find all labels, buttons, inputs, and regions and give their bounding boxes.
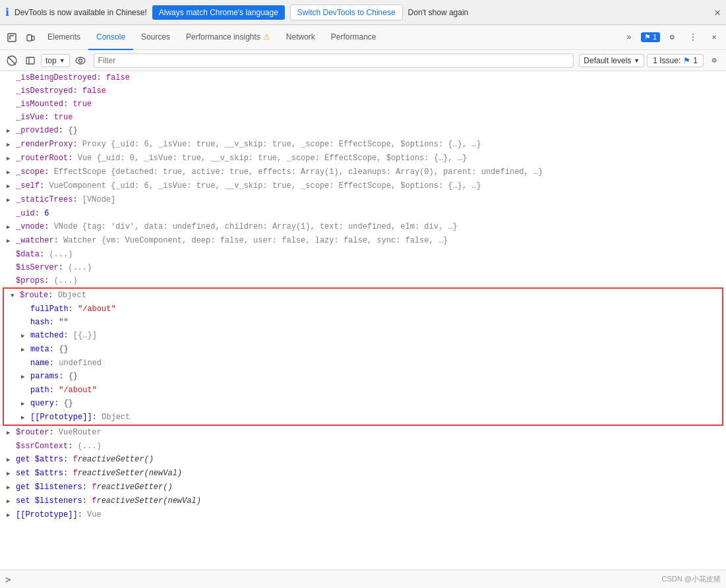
prop-key: meta <box>30 343 49 355</box>
issues-button[interactable]: 1 Issue: ⚑ 1 <box>647 54 704 67</box>
device-toolbar-button[interactable] <box>21 28 40 47</box>
prop-val: {} <box>63 397 73 409</box>
prop-val: "/about" <box>59 384 97 396</box>
toggle-arrow[interactable] <box>7 426 16 439</box>
settings-button[interactable]: ⚙ <box>663 28 681 47</box>
switch-chinese-button[interactable]: Switch DevTools to Chinese <box>290 5 403 20</box>
toggle-arrow[interactable] <box>7 166 16 179</box>
default-levels-dropdown[interactable]: Default levels ▼ <box>579 54 644 67</box>
tab-sources[interactable]: Sources <box>133 25 178 50</box>
watermark: CSDN @小花皮猪 <box>662 574 721 584</box>
svg-point-10 <box>78 59 82 62</box>
filter-input[interactable] <box>98 53 570 68</box>
toggle-arrow[interactable] <box>7 138 16 151</box>
prop-line: matched: [{…}] <box>4 329 722 343</box>
toggle-arrow[interactable] <box>7 152 16 165</box>
console-content[interactable]: _isBeingDestroyed: false_isDestroyed: fa… <box>0 71 726 570</box>
prop-line: _routerRoot: Vue {_uid: 0, _isVue: true,… <box>0 152 726 165</box>
tab-performance[interactable]: Performance <box>323 25 384 50</box>
toggle-arrow[interactable] <box>7 235 16 247</box>
prop-key: _vnode <box>16 221 44 233</box>
prop-line: _self: VueComponent {_uid: 6, _isVue: tr… <box>0 179 726 193</box>
toggle-arrow[interactable] <box>21 370 30 383</box>
toggle-arrow[interactable] <box>7 194 16 206</box>
tabs-right-controls: » ⚑ 1 ⚙ ⋮ ✕ <box>620 28 723 47</box>
prop-key: name <box>30 357 49 369</box>
prop-line: hash: "" <box>4 316 722 329</box>
prop-sep: : <box>82 495 92 507</box>
prop-val: Vue {_uid: 0, _isVue: true, __v_skip: tr… <box>78 152 468 164</box>
prop-line: name: undefined <box>4 357 722 370</box>
prop-line: [[Prototype]]: Object <box>4 411 722 425</box>
clear-console-button[interactable] <box>4 53 20 69</box>
settings-gear-icon: ⚙ <box>669 32 674 42</box>
toggle-arrow[interactable] <box>7 125 16 137</box>
prop-line: params: {} <box>4 370 722 384</box>
prop-key: fullPath <box>30 303 69 315</box>
prop-sep: : <box>73 194 82 206</box>
more-tabs-button[interactable]: » <box>620 28 638 47</box>
prop-key: matched <box>30 330 63 341</box>
prop-val: reactiveSetter(newVal) <box>78 467 182 479</box>
prop-sep: : <box>44 275 53 287</box>
sidebar-icon <box>25 55 36 66</box>
prop-key: _provided <box>16 125 59 136</box>
prop-line: $route: Object <box>4 289 722 303</box>
prop-line: set $listeners: f reactiveSetter(newVal) <box>0 494 726 508</box>
notif-message: DevTools is now available in Chinese! <box>15 8 147 17</box>
default-levels-chevron: ▼ <box>634 57 640 64</box>
context-selector[interactable]: top ▼ <box>41 54 70 67</box>
close-devtools-button[interactable]: ✕ <box>705 28 723 47</box>
dont-show-again-link[interactable]: Don't show again <box>408 8 469 17</box>
flag-icon: ⚑ <box>644 33 651 41</box>
toggle-arrow[interactable] <box>7 221 16 233</box>
prop-sep: : <box>69 303 78 315</box>
close-devtools-icon: ✕ <box>711 32 716 42</box>
console-settings-button[interactable]: ⚙ <box>706 53 722 69</box>
toggle-arrow[interactable] <box>7 180 16 192</box>
func-keyword: f <box>92 481 96 493</box>
customize-menu-button[interactable]: ⋮ <box>684 28 702 47</box>
svg-line-6 <box>8 57 16 65</box>
prop-line: $props: (...) <box>0 274 726 287</box>
toggle-arrow[interactable] <box>7 495 16 508</box>
tab-console[interactable]: Console <box>88 25 133 50</box>
inspect-element-button[interactable] <box>3 28 21 47</box>
tab-performance-insights[interactable]: Performance insights ⚠ <box>178 25 278 50</box>
prop-key: $data <box>16 249 40 260</box>
prop-line: [[Prototype]]: Vue <box>0 508 726 522</box>
toggle-arrow[interactable] <box>11 289 20 302</box>
toggle-arrow[interactable] <box>7 509 16 521</box>
prop-key: _renderProxy <box>16 138 73 150</box>
toggle-arrow[interactable] <box>7 454 16 466</box>
prop-sep: : <box>59 125 68 136</box>
tab-network[interactable]: Network <box>278 25 323 50</box>
svg-point-9 <box>76 57 85 64</box>
cursor-icon <box>7 33 16 42</box>
prop-sep: : <box>40 180 49 192</box>
prop-key: set $attrs <box>16 467 63 479</box>
toggle-arrow[interactable] <box>7 467 16 480</box>
prop-val: VueComponent {_uid: 6, _isVue: true, __v… <box>49 180 481 192</box>
tab-elements[interactable]: Elements <box>40 25 88 50</box>
prop-sep: : <box>59 262 68 274</box>
match-language-button[interactable]: Always match Chrome's language <box>152 5 285 20</box>
prop-line: _isBeingDestroyed: false <box>0 71 726 84</box>
eye-button[interactable] <box>73 53 88 69</box>
issue-label: 1 Issue: <box>653 56 681 65</box>
toggle-arrow[interactable] <box>21 411 30 424</box>
toggle-arrow[interactable] <box>7 481 16 494</box>
prop-line: get $listeners: f reactiveGetter() <box>0 481 726 494</box>
notif-close-button[interactable]: ✕ <box>714 6 721 19</box>
prop-line: fullPath: "/about" <box>4 303 722 316</box>
toggle-arrow[interactable] <box>21 330 30 342</box>
toggle-sidebar-button[interactable] <box>22 53 38 69</box>
prop-sep: : <box>49 316 59 328</box>
prop-val: (...) <box>49 249 73 260</box>
toggle-arrow[interactable] <box>21 397 30 410</box>
prop-sep: : <box>35 208 44 220</box>
toggle-arrow[interactable] <box>21 343 30 356</box>
prop-val: reactiveGetter() <box>96 481 172 493</box>
prop-key: set $listeners <box>16 495 82 507</box>
prop-sep: : <box>73 85 82 97</box>
